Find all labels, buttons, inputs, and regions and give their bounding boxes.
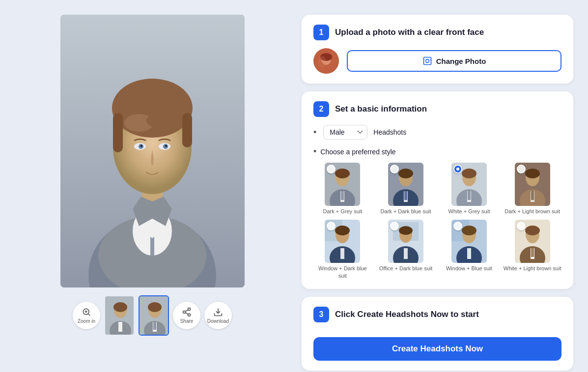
download-button[interactable]: Download [204,302,232,329]
svg-rect-81 [404,248,408,259]
svg-point-34 [188,308,191,311]
upload-card-header: 1 Upload a photo with a clear front face [313,25,561,40]
step3-title: Click Create Headshots Now to start [335,310,479,319]
style-radio-dark-brown [517,165,526,173]
step2-title: Set a basic information [335,104,427,114]
svg-point-45 [425,59,429,63]
style-img-white-brown [515,220,550,263]
svg-point-8 [112,79,193,138]
style-item-window-darkblue[interactable]: Window + Dark blue suit [313,220,372,279]
zoom-label: Zoom in [78,318,95,324]
svg-line-38 [185,310,188,311]
style-img-window-darkblue [325,220,360,263]
svg-rect-93 [531,248,534,257]
style-label-dark-darkblue: Dark + Dark blue suit [381,208,431,215]
style-radio-dark-darkblue [390,165,399,173]
download-label: Download [207,318,229,324]
style-item-dark-darkblue[interactable]: Dark + Dark blue suit [377,163,435,215]
thumbnail-1[interactable] [104,295,135,336]
svg-rect-10 [182,113,192,147]
image-toolbar: Zoom in [73,295,232,336]
style-img-office-darkblue [388,220,423,263]
gender-select[interactable]: Male Female [323,125,367,140]
style-item-white-grey[interactable]: White + Grey suit [440,163,499,215]
svg-rect-9 [113,113,123,152]
svg-point-79 [399,226,413,235]
style-section-title: • Choose a preferred style [313,146,561,157]
share-label: Share [180,318,194,324]
style-label-window-blue: Window + Blue suit [446,265,492,272]
style-img-window-blue [451,220,487,263]
main-preview-image [60,15,245,287]
style-item-white-brown[interactable]: White + Light brown suit [503,220,561,279]
svg-rect-75 [340,248,344,259]
svg-point-36 [188,314,191,316]
svg-point-43 [318,56,326,68]
gender-bullet: • [313,127,316,138]
svg-point-66 [525,169,540,178]
style-label-window-darkblue: Window + Dark blue suit [313,265,372,279]
svg-point-60 [462,169,476,178]
gender-row: • Male Female Headshots [313,125,561,140]
create-headshots-button[interactable]: Create Headshots Now [313,337,561,361]
svg-point-17 [140,145,142,147]
svg-point-35 [183,311,186,314]
svg-point-25 [113,302,127,312]
step3-badge: 3 [313,307,329,322]
avatar [313,48,339,74]
thumbnail-2[interactable] [139,295,169,336]
upload-card: 1 Upload a photo with a clear front face [302,15,573,84]
style-img-dark-brown [515,163,550,206]
zoom-in-button[interactable]: Zoom in [73,302,100,329]
svg-rect-63 [468,191,471,200]
step1-title: Upload a photo with a clear front face [335,28,484,37]
svg-point-30 [148,302,162,312]
svg-rect-69 [531,191,534,200]
style-item-window-blue[interactable]: Window + Blue suit [440,220,499,279]
style-item-dark-grey[interactable]: Dark + Grey suit [313,163,372,215]
change-photo-button[interactable]: Change Photo [347,50,561,72]
style-label-office-darkblue: Office + Dark blue suit [379,265,432,272]
svg-rect-87 [467,248,471,259]
svg-point-85 [462,226,476,235]
create-card: 3 Click Create Headshots Now to start Cr… [302,297,573,371]
left-panel: Zoom in [15,15,290,371]
step2-header: 2 Set a basic information [313,101,561,117]
svg-point-73 [335,226,350,235]
svg-point-18 [165,145,167,147]
basic-info-card: 2 Set a basic information • Male Female … [302,91,573,289]
svg-point-90 [525,226,540,235]
style-img-dark-grey [325,163,360,206]
change-photo-label: Change Photo [436,57,486,65]
style-radio-white-brown [517,222,526,230]
step1-badge: 1 [313,25,329,40]
style-item-office-darkblue[interactable]: Office + Dark blue suit [377,220,435,279]
right-panel: 1 Upload a photo with a clear front face [302,15,573,371]
style-radio-white-grey [453,165,462,173]
style-grid: Dark + Grey suit [313,163,561,279]
style-item-dark-brown[interactable]: Dark + Light brown suit [503,163,561,215]
upload-row: Change Photo [313,48,561,74]
svg-line-37 [185,313,188,314]
svg-rect-51 [341,191,344,200]
svg-rect-33 [153,322,156,330]
svg-point-48 [335,169,350,178]
svg-point-54 [398,169,413,178]
style-label-white-brown: White + Light brown suit [504,265,561,272]
svg-rect-57 [404,191,407,200]
step2-badge: 2 [313,101,329,117]
svg-rect-27 [118,322,122,332]
style-label-dark-grey: Dark + Grey suit [323,208,362,215]
headshots-label: Headshots [373,128,406,136]
style-img-dark-darkblue [388,163,423,206]
style-label-white-grey: White + Grey suit [448,208,490,215]
svg-line-20 [88,314,90,316]
svg-rect-44 [423,57,431,65]
svg-point-12 [146,113,171,128]
share-button[interactable]: Share [173,302,200,329]
style-label-dark-brown: Dark + Light brown suit [504,208,560,215]
step3-header: 3 Click Create Headshots Now to start [313,307,561,322]
style-img-white-grey [451,163,487,206]
